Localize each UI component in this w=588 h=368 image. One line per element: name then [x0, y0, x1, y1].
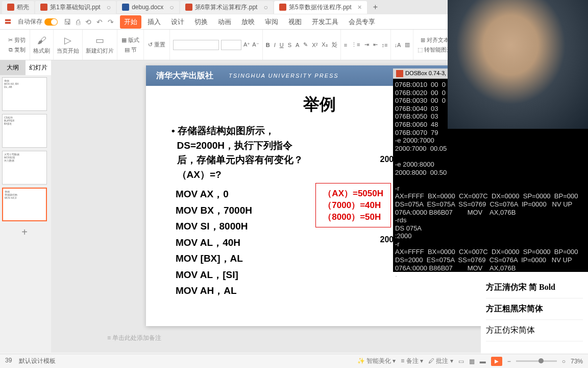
numbering-icon[interactable]: ⋮≡: [351, 41, 360, 48]
view-reading-icon[interactable]: ▬: [480, 358, 486, 365]
view-sorter-icon[interactable]: ▦: [469, 358, 475, 365]
notes-button[interactable]: ≡ 备注 ▾: [401, 357, 423, 365]
from-here-button[interactable]: ▷当页开始: [57, 35, 79, 55]
webcam-overlay: [448, 0, 588, 129]
undo-icon[interactable]: ↶: [96, 18, 103, 26]
slide-number: 39: [5, 357, 12, 365]
menu-design[interactable]: 设计: [167, 15, 188, 29]
ppt-icon: [185, 4, 192, 11]
close-icon[interactable]: ○: [107, 3, 111, 11]
highlight-icon[interactable]: ✎: [303, 41, 308, 48]
template-name: 默认设计模板: [19, 357, 56, 365]
bullets-icon[interactable]: ≡: [344, 42, 347, 48]
publisher-en: TSINGHUA UNIVERSITY PRESS: [229, 73, 339, 79]
publisher-cn: 清华大学出版社: [156, 71, 213, 81]
cut-button[interactable]: ✂ 剪切: [7, 35, 27, 45]
autosave-toggle[interactable]: 自动保存: [18, 17, 58, 26]
superscript-icon[interactable]: X²: [312, 42, 317, 48]
font-panel[interactable]: 方正清仿宋 简 Bold 方正粗黑宋简体 方正仿宋简体: [481, 272, 588, 354]
zoom-level[interactable]: 73%: [571, 358, 583, 365]
add-slide-button[interactable]: +: [2, 224, 47, 240]
preview-icon[interactable]: ⟲: [85, 18, 91, 26]
slides-tab[interactable]: 幻灯片: [26, 60, 51, 75]
align-text-button[interactable]: ⊞ 对齐文本: [420, 35, 450, 45]
wps-logo: 〓: [4, 17, 12, 27]
new-slide-button[interactable]: ▭新建幻灯片: [86, 35, 114, 55]
ppt-icon: [40, 4, 47, 11]
notes-area[interactable]: ≡ 单击此处添加备注: [107, 334, 161, 342]
zoom-slider[interactable]: [516, 360, 557, 362]
app-icon: [7, 4, 14, 11]
new-tab-button[interactable]: +: [368, 1, 383, 14]
phonetic-icon[interactable]: 彣: [332, 41, 337, 49]
subscript-icon[interactable]: X₂: [322, 41, 327, 48]
font-color-icon[interactable]: A: [296, 42, 299, 48]
font-option[interactable]: 方正仿宋简体: [486, 320, 583, 341]
tab-debug[interactable]: debug.docx○: [117, 1, 179, 13]
reset-button[interactable]: ↺ 重置: [147, 40, 166, 50]
toggle-icon[interactable]: [44, 18, 58, 26]
save-icon[interactable]: 🖫: [64, 18, 71, 26]
slide-thumb[interactable]: 举例存储器结构MOV AX,0: [2, 188, 47, 221]
decrease-font-icon[interactable]: A⁻: [252, 41, 259, 48]
layout-button[interactable]: ▦ 版式: [120, 35, 140, 45]
view-normal-icon[interactable]: ▭: [458, 358, 464, 365]
status-bar: 39 默认设计模板 ✨ 智能美化 ▾ ≡ 备注 ▾ 🖊 批注 ▾ ▭ ▦ ▬ ▶…: [0, 354, 588, 368]
menu-vip[interactable]: 会员专享: [345, 15, 379, 29]
close-icon[interactable]: ○: [169, 3, 174, 11]
answer-box: （AX）=5050H（7000）=40H（8000）=50H: [315, 183, 391, 227]
slideshow-button[interactable]: ▶: [491, 357, 502, 366]
font-size-select[interactable]: [221, 40, 241, 50]
slide-thumb[interactable]: CS程序BUFFERBX[DI]: [2, 114, 47, 148]
menu-review[interactable]: 审阅: [261, 15, 282, 29]
menu-animation[interactable]: 动画: [214, 15, 235, 29]
font-family-select[interactable]: [173, 40, 219, 50]
outline-tab[interactable]: 大纲: [0, 60, 26, 75]
italic-icon[interactable]: I: [274, 42, 276, 48]
slide-panel: 大纲 幻灯片 举例MOV AX, BXDL, AB CS程序BUFFERBX[D…: [0, 60, 51, 353]
text-dir-icon[interactable]: ↓A: [394, 42, 401, 48]
zoom-out-icon[interactable]: −: [507, 358, 511, 365]
zoom-in-icon[interactable]: ○: [562, 358, 566, 365]
tab-ch6[interactable]: 第6章算术运算程序.ppt○: [180, 1, 273, 14]
menu-dev[interactable]: 开发工具: [308, 15, 342, 29]
menu-insert[interactable]: 插入: [143, 15, 165, 29]
indent-icon[interactable]: ⇥: [364, 41, 369, 48]
redo-icon[interactable]: ↷: [108, 18, 114, 26]
comments-button[interactable]: 🖊 批注 ▾: [428, 357, 453, 365]
bold-icon[interactable]: B: [266, 42, 270, 48]
strike-icon[interactable]: S: [288, 42, 291, 48]
font-option[interactable]: 方正粗黑宋简体: [486, 298, 583, 320]
underline-icon[interactable]: U: [280, 42, 284, 48]
ppt-icon: [279, 4, 286, 11]
tab-ch1[interactable]: 第1章基础知识.ppt○: [35, 1, 116, 14]
dosbox-icon: [396, 70, 403, 77]
print-icon[interactable]: ⎙: [76, 18, 80, 26]
beautify-button[interactable]: ✨ 智能美化 ▾: [357, 357, 396, 365]
columns-icon[interactable]: ▥: [405, 41, 410, 48]
menu-view[interactable]: 视图: [284, 15, 306, 29]
menu-start[interactable]: 开始: [120, 15, 141, 29]
menu-slideshow[interactable]: 放映: [237, 15, 259, 29]
line-spacing-icon[interactable]: ↕≡: [382, 42, 388, 48]
outdent-icon[interactable]: ⇤: [373, 41, 378, 48]
mouse-cursor: ↖: [519, 246, 527, 256]
menu-transition[interactable]: 切换: [190, 15, 212, 29]
docx-icon: [122, 4, 129, 11]
close-icon[interactable]: ○: [263, 3, 267, 11]
format-painter-button[interactable]: 🖌格式刷: [33, 35, 50, 55]
increase-font-icon[interactable]: A⁺: [243, 41, 250, 48]
section-button[interactable]: ▤ 节: [124, 45, 138, 55]
slide-thumb[interactable]: 举例MOV AX, BXDL, AB: [2, 77, 47, 111]
tab-daoké[interactable]: 稻壳: [2, 1, 34, 14]
slide-thumb[interactable]: 大写小写数据MOV实现填入数据: [2, 151, 47, 185]
copy-button[interactable]: ⧉ 复制: [8, 45, 27, 55]
tab-ch5[interactable]: 第5章数据传送程序.ppt×: [274, 1, 367, 14]
close-icon[interactable]: ×: [358, 3, 362, 11]
